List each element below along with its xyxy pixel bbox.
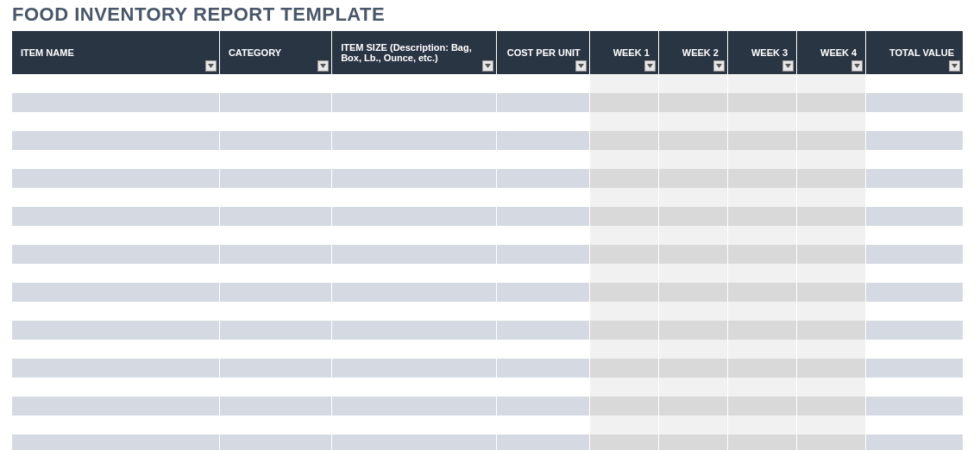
cell-week4[interactable] (797, 416, 866, 434)
cell-item_name[interactable] (12, 245, 219, 264)
cell-cost_per_unit[interactable] (496, 131, 589, 150)
cell-week4[interactable] (797, 112, 866, 131)
column-header-category[interactable]: CATEGORY (219, 31, 331, 74)
column-header-week4[interactable]: WEEK 4 (797, 31, 866, 74)
cell-week2[interactable] (658, 169, 727, 188)
cell-cost_per_unit[interactable] (496, 416, 589, 434)
cell-total_value[interactable] (866, 340, 963, 359)
cell-week4[interactable] (797, 169, 866, 188)
cell-week4[interactable] (797, 131, 866, 150)
cell-category[interactable] (219, 207, 331, 226)
cell-week3[interactable] (727, 359, 796, 378)
filter-dropdown-icon[interactable] (205, 60, 217, 72)
cell-category[interactable] (219, 378, 331, 397)
cell-item_size[interactable] (332, 112, 496, 131)
cell-week4[interactable] (797, 340, 866, 359)
cell-week4[interactable] (797, 359, 866, 378)
cell-week2[interactable] (658, 207, 727, 226)
cell-cost_per_unit[interactable] (496, 112, 589, 131)
cell-week2[interactable] (658, 359, 727, 378)
cell-week1[interactable] (589, 74, 658, 93)
cell-item_name[interactable] (12, 169, 219, 188)
cell-week1[interactable] (589, 169, 658, 188)
cell-week1[interactable] (589, 321, 658, 340)
cell-cost_per_unit[interactable] (496, 264, 589, 283)
cell-total_value[interactable] (866, 207, 963, 226)
cell-week3[interactable] (727, 378, 796, 397)
cell-week2[interactable] (658, 93, 727, 112)
cell-item_size[interactable] (332, 207, 496, 226)
cell-total_value[interactable] (866, 169, 963, 188)
cell-week2[interactable] (658, 74, 727, 93)
cell-week4[interactable] (797, 245, 866, 264)
cell-week1[interactable] (589, 226, 658, 245)
cell-week2[interactable] (658, 188, 727, 207)
cell-category[interactable] (219, 340, 331, 359)
cell-item_size[interactable] (332, 188, 496, 207)
cell-week1[interactable] (589, 150, 658, 169)
cell-week2[interactable] (658, 434, 727, 450)
cell-cost_per_unit[interactable] (496, 245, 589, 264)
cell-week1[interactable] (589, 359, 658, 378)
cell-total_value[interactable] (866, 378, 963, 397)
cell-week4[interactable] (797, 283, 866, 302)
cell-week1[interactable] (589, 397, 658, 416)
filter-dropdown-icon[interactable] (782, 60, 794, 72)
cell-item_name[interactable] (12, 93, 219, 112)
cell-item_name[interactable] (12, 416, 219, 434)
cell-total_value[interactable] (866, 93, 963, 112)
cell-cost_per_unit[interactable] (496, 207, 589, 226)
cell-item_name[interactable] (12, 131, 219, 150)
cell-cost_per_unit[interactable] (496, 434, 589, 450)
cell-total_value[interactable] (866, 434, 963, 450)
cell-week3[interactable] (727, 245, 796, 264)
cell-item_name[interactable] (12, 434, 219, 450)
cell-week3[interactable] (727, 226, 796, 245)
cell-item_name[interactable] (12, 207, 219, 226)
cell-item_name[interactable] (12, 302, 219, 321)
cell-item_name[interactable] (12, 397, 219, 416)
cell-week1[interactable] (589, 188, 658, 207)
cell-item_size[interactable] (332, 226, 496, 245)
cell-category[interactable] (219, 188, 331, 207)
cell-item_name[interactable] (12, 74, 219, 93)
cell-week4[interactable] (797, 226, 866, 245)
column-header-cost_per_unit[interactable]: COST PER UNIT (496, 31, 589, 74)
cell-week2[interactable] (658, 397, 727, 416)
cell-total_value[interactable] (866, 188, 963, 207)
cell-week1[interactable] (589, 207, 658, 226)
cell-week4[interactable] (797, 434, 866, 450)
cell-week2[interactable] (658, 378, 727, 397)
cell-total_value[interactable] (866, 112, 963, 131)
cell-week4[interactable] (797, 93, 866, 112)
cell-category[interactable] (219, 302, 331, 321)
cell-item_name[interactable] (12, 321, 219, 340)
cell-week4[interactable] (797, 188, 866, 207)
cell-week3[interactable] (727, 131, 796, 150)
cell-item_size[interactable] (332, 93, 496, 112)
cell-cost_per_unit[interactable] (496, 340, 589, 359)
cell-category[interactable] (219, 434, 331, 450)
cell-category[interactable] (219, 93, 331, 112)
cell-cost_per_unit[interactable] (496, 169, 589, 188)
cell-item_name[interactable] (12, 188, 219, 207)
cell-week3[interactable] (727, 150, 796, 169)
cell-item_name[interactable] (12, 226, 219, 245)
cell-week2[interactable] (658, 245, 727, 264)
cell-week2[interactable] (658, 150, 727, 169)
cell-week3[interactable] (727, 264, 796, 283)
cell-item_size[interactable] (332, 302, 496, 321)
cell-cost_per_unit[interactable] (496, 74, 589, 93)
cell-week1[interactable] (589, 245, 658, 264)
cell-week4[interactable] (797, 150, 866, 169)
cell-item_name[interactable] (12, 340, 219, 359)
filter-dropdown-icon[interactable] (713, 60, 725, 72)
cell-cost_per_unit[interactable] (496, 302, 589, 321)
cell-week4[interactable] (797, 302, 866, 321)
cell-item_size[interactable] (332, 378, 496, 397)
cell-week1[interactable] (589, 131, 658, 150)
cell-item_size[interactable] (332, 131, 496, 150)
cell-item_name[interactable] (12, 378, 219, 397)
cell-total_value[interactable] (866, 302, 963, 321)
cell-category[interactable] (219, 245, 331, 264)
